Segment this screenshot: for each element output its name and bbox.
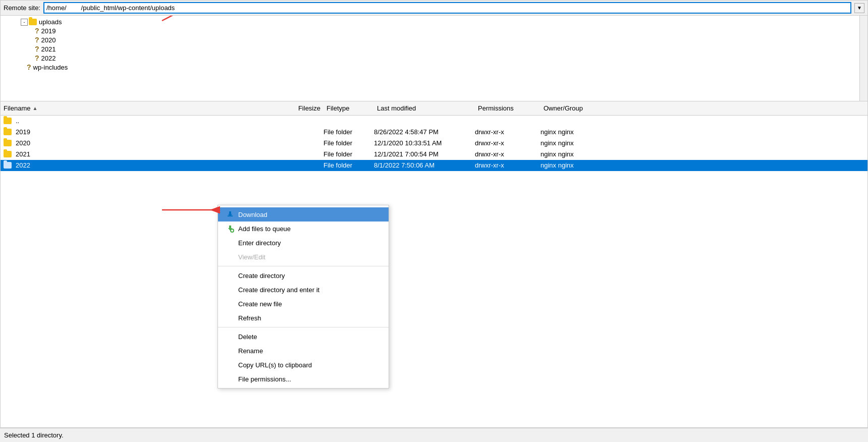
lastmod-2020: 12/1/2020 10:33:51 AM bbox=[374, 139, 475, 147]
tree-item-2020[interactable]: ? 2020 bbox=[1, 35, 867, 44]
status-text: Selected 1 directory. bbox=[4, 431, 64, 439]
perms-2022: drwxr-xr-x bbox=[475, 161, 540, 169]
lastmod-2019: 8/26/2022 4:58:47 PM bbox=[374, 128, 475, 136]
file-row-2020[interactable]: 2020 File folder 12/1/2020 10:33:51 AM d… bbox=[1, 138, 867, 149]
tree-scrollbar[interactable] bbox=[859, 16, 867, 101]
lastmod-2022: 8/1/2022 7:50:06 AM bbox=[374, 161, 475, 169]
remote-site-label: Remote site: bbox=[4, 4, 40, 12]
filetype-2019: File folder bbox=[323, 128, 374, 136]
owner-2020: nginx nginx bbox=[540, 139, 616, 147]
col-header-filesize[interactable]: Filesize bbox=[283, 103, 323, 113]
tree-panel: - uploads ? 2019 ? 2020 ? 2021 ? 2022 ? … bbox=[0, 16, 868, 101]
create-file-icon bbox=[226, 300, 234, 308]
tree-label-uploads: uploads bbox=[39, 18, 62, 26]
file-row-2019[interactable]: 2019 File folder 8/26/2022 4:58:47 PM dr… bbox=[1, 127, 867, 138]
context-menu-create-dir-label: Create directory bbox=[238, 272, 285, 280]
folder-icon-2022 bbox=[4, 162, 12, 169]
file-row-2021[interactable]: 2021 File folder 12/1/2021 7:00:54 PM dr… bbox=[1, 149, 867, 160]
context-menu-create-file[interactable]: Create new file bbox=[218, 297, 389, 311]
filetype-2022: File folder bbox=[323, 161, 374, 169]
context-menu-delete-label: Delete bbox=[238, 333, 257, 341]
remote-site-dropdown[interactable]: ▼ bbox=[854, 3, 864, 13]
create-dir-icon bbox=[226, 271, 234, 280]
context-separator-2 bbox=[218, 327, 389, 327]
folder-icon-2021 bbox=[4, 151, 12, 157]
svg-rect-4 bbox=[229, 211, 231, 214]
tree-label-2019: 2019 bbox=[41, 27, 56, 35]
question-icon-2019: ? bbox=[35, 27, 39, 35]
folder-icon-parent bbox=[4, 118, 12, 124]
col-header-filetype[interactable]: Filetype bbox=[323, 103, 374, 113]
download-icon bbox=[226, 210, 234, 218]
context-menu-enter-dir-label: Enter directory bbox=[238, 239, 281, 247]
sort-arrow-filename: ▲ bbox=[32, 105, 37, 111]
context-menu-create-dir-enter[interactable]: Create directory and enter it bbox=[218, 283, 389, 297]
folder-icon-uploads bbox=[29, 19, 37, 25]
context-menu-file-perms[interactable]: File permissions... bbox=[218, 372, 389, 386]
context-menu-enter-dir[interactable]: Enter directory bbox=[218, 236, 389, 250]
col-header-lastmodified[interactable]: Last modified bbox=[374, 103, 475, 113]
context-menu-file-perms-label: File permissions... bbox=[238, 375, 291, 383]
folder-icon-2019 bbox=[4, 129, 12, 135]
tree-label-2022: 2022 bbox=[41, 54, 56, 62]
tree-label-2020: 2020 bbox=[41, 36, 56, 44]
file-perms-icon bbox=[226, 375, 234, 383]
context-menu-copy-url[interactable]: Copy URL(s) to clipboard bbox=[218, 358, 389, 372]
filetype-2021: File folder bbox=[323, 150, 374, 158]
remote-site-input[interactable] bbox=[43, 2, 851, 14]
tree-item-2022[interactable]: ? 2022 bbox=[1, 53, 867, 63]
context-menu-create-dir[interactable]: Create directory bbox=[218, 268, 389, 283]
context-menu-create-file-label: Create new file bbox=[238, 300, 282, 308]
tree-item-uploads[interactable]: - uploads bbox=[1, 18, 867, 26]
context-menu-add-queue-label: Add files to queue bbox=[238, 225, 291, 233]
owner-2021: nginx nginx bbox=[540, 150, 616, 158]
context-menu-rename-label: Rename bbox=[238, 347, 263, 355]
svg-rect-6 bbox=[229, 226, 231, 229]
context-menu-refresh[interactable]: Refresh bbox=[218, 311, 389, 325]
context-menu-delete[interactable]: Delete bbox=[218, 329, 389, 344]
delete-icon bbox=[226, 333, 234, 341]
filename-2022: 2022 bbox=[16, 161, 30, 169]
tree-label-2021: 2021 bbox=[41, 45, 56, 53]
filename-2020: 2020 bbox=[16, 139, 30, 147]
context-menu-rename[interactable]: Rename bbox=[218, 344, 389, 358]
file-list-panel: Filename ▲ Filesize Filetype Last modifi… bbox=[0, 101, 868, 428]
tree-item-2021[interactable]: ? 2021 bbox=[1, 44, 867, 53]
filename-2019: 2019 bbox=[16, 128, 30, 136]
remote-site-bar: Remote site: ▼ bbox=[0, 0, 868, 16]
add-queue-icon bbox=[226, 225, 234, 233]
tree-item-2019[interactable]: ? 2019 bbox=[1, 26, 867, 35]
file-row-2022[interactable]: 2022 File folder 8/1/2022 7:50:06 AM drw… bbox=[1, 160, 867, 171]
enter-dir-icon bbox=[226, 239, 234, 247]
lastmod-2021: 12/1/2021 7:00:54 PM bbox=[374, 150, 475, 158]
refresh-icon bbox=[226, 314, 234, 322]
status-bar: Selected 1 directory. bbox=[0, 428, 868, 442]
question-icon-wp-includes: ? bbox=[27, 63, 31, 71]
filename-parent: .. bbox=[16, 117, 19, 125]
perms-2019: drwxr-xr-x bbox=[475, 128, 540, 136]
filetype-2020: File folder bbox=[323, 139, 374, 147]
question-icon-2022: ? bbox=[35, 54, 39, 62]
col-header-ownergroup[interactable]: Owner/Group bbox=[540, 103, 616, 113]
context-menu-create-dir-enter-label: Create directory and enter it bbox=[238, 286, 319, 294]
tree-expand-uploads[interactable]: - bbox=[21, 19, 28, 26]
owner-2022: nginx nginx bbox=[540, 161, 616, 169]
owner-2019: nginx nginx bbox=[540, 128, 616, 136]
col-header-permissions[interactable]: Permissions bbox=[475, 103, 540, 113]
svg-rect-9 bbox=[232, 230, 233, 232]
create-dir-enter-icon bbox=[226, 286, 234, 294]
question-icon-2020: ? bbox=[35, 36, 39, 44]
context-menu-copy-url-label: Copy URL(s) to clipboard bbox=[238, 361, 312, 369]
context-menu-download[interactable]: Download bbox=[218, 207, 389, 222]
context-menu-add-queue[interactable]: Add files to queue bbox=[218, 222, 389, 236]
col-header-filename[interactable]: Filename ▲ bbox=[1, 103, 283, 113]
folder-icon-2020 bbox=[4, 140, 12, 146]
filename-2021: 2021 bbox=[16, 150, 30, 158]
context-menu-view-edit[interactable]: View/Edit bbox=[218, 250, 389, 264]
file-row-parent[interactable]: .. bbox=[1, 116, 867, 127]
view-edit-icon bbox=[226, 253, 234, 261]
copy-url-icon bbox=[226, 361, 234, 369]
perms-2020: drwxr-xr-x bbox=[475, 139, 540, 147]
context-menu-download-label: Download bbox=[238, 211, 267, 218]
tree-item-wp-includes[interactable]: ? wp-includes bbox=[1, 63, 867, 72]
